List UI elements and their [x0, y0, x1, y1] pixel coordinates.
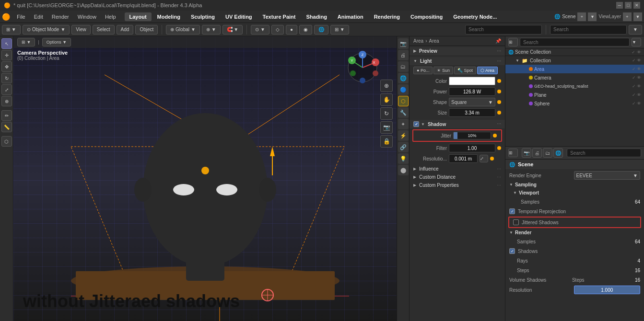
- light-type-area[interactable]: ⬡ Area: [477, 67, 498, 74]
- blender-menu-icon[interactable]: 🟠: [2, 13, 10, 21]
- tool-rotate[interactable]: ↻: [1, 73, 12, 83]
- prop-tab-modifiers[interactable]: 🔧: [398, 107, 409, 118]
- workspace-compositing[interactable]: Compositing: [406, 12, 447, 21]
- viewport-tool-lock[interactable]: 🔒: [380, 135, 393, 148]
- maximize-button[interactable]: □: [625, 2, 632, 9]
- search-input-secondary[interactable]: [550, 25, 627, 34]
- menu-render[interactable]: Render: [48, 13, 73, 21]
- viewport-tool-rotate[interactable]: ↻: [380, 107, 393, 120]
- menu-file[interactable]: File: [13, 13, 29, 21]
- axis-gizmo[interactable]: X Y Z: [346, 51, 379, 84]
- area-eye-icon[interactable]: 👁: [637, 67, 641, 71]
- editor-type-btn[interactable]: ⊞ ▼: [2, 25, 21, 34]
- workspace-layout[interactable]: Layout: [125, 12, 152, 21]
- power-dot[interactable]: [497, 90, 501, 93]
- prop-tab-view-layer[interactable]: 🗂: [398, 61, 409, 72]
- tool-measure[interactable]: 📏: [1, 122, 12, 132]
- color-dot[interactable]: [497, 79, 501, 83]
- jittered-shadows-checkbox[interactable]: [513, 219, 519, 225]
- prop-tab-constraints[interactable]: 🔗: [398, 142, 409, 152]
- tree-item-geo-head[interactable]: GEO-head_sculpting_realist ✓ 👁: [505, 82, 644, 91]
- influence-row[interactable]: ▶ Influence ⋯: [410, 165, 505, 173]
- close-button[interactable]: ✕: [633, 2, 640, 9]
- prop-tab-material[interactable]: ⬤: [398, 165, 409, 175]
- shading-solid-btn[interactable]: ●: [286, 25, 297, 34]
- shading-rendered-btn[interactable]: 🌐: [314, 25, 328, 34]
- light-type-sun[interactable]: ☀ Sun: [433, 67, 453, 74]
- render-engine-dropdown[interactable]: EEVEE ▼: [574, 171, 641, 180]
- viewport-options-btn[interactable]: ⊞ ▼: [330, 25, 349, 34]
- sphere-check-icon[interactable]: ✓: [632, 101, 636, 106]
- sp-tab-output[interactable]: 🖨: [532, 148, 542, 158]
- workspace-rendering[interactable]: Rendering: [369, 12, 405, 21]
- sampling-section[interactable]: ▼ Sampling: [505, 181, 644, 189]
- geo-eye-icon[interactable]: 👁: [637, 84, 641, 89]
- outliner-type-btn[interactable]: ⊞: [508, 38, 518, 46]
- collection-eye-icon[interactable]: 👁: [637, 58, 641, 63]
- size-value[interactable]: 3.34 m: [449, 108, 495, 117]
- prop-tab-particles[interactable]: ✦: [398, 119, 409, 129]
- workspace-texture-paint[interactable]: Texture Paint: [258, 12, 301, 21]
- jitter-dot[interactable]: [493, 134, 497, 138]
- viewlayer-add-btn[interactable]: +: [623, 12, 632, 21]
- workspace-geometry-nodes[interactable]: Geometry Node...: [448, 12, 502, 21]
- scene-collection-eye[interactable]: 👁: [637, 50, 641, 55]
- viewport-tool-zoom[interactable]: ⊕: [380, 80, 393, 92]
- scene-props-search-input[interactable]: [567, 149, 641, 157]
- menu-help[interactable]: Help: [101, 13, 120, 21]
- light-header[interactable]: ▼ Light ⋯: [410, 57, 505, 65]
- filter-value[interactable]: 1.00: [449, 144, 495, 152]
- jitter-bar[interactable]: 10%: [453, 132, 491, 139]
- tool-scale[interactable]: ⤢: [1, 84, 12, 95]
- sp-resolution-value[interactable]: 1.000: [574, 286, 641, 294]
- sphere-eye-icon[interactable]: 👁: [637, 101, 641, 106]
- mode-btn[interactable]: ⊙ Object Mode ▼: [23, 25, 70, 34]
- workspace-uv-editing[interactable]: UV Editing: [221, 12, 257, 21]
- tree-item-camera[interactable]: Camera ✓ 👁: [505, 73, 644, 82]
- plane-eye-icon[interactable]: 👁: [637, 92, 641, 97]
- workspace-sculpting[interactable]: Sculpting: [186, 12, 220, 21]
- shape-dropdown[interactable]: Square ▼: [449, 98, 495, 106]
- render-section[interactable]: ▼ Render: [505, 229, 644, 237]
- overlay-btn[interactable]: ⊙ ▼: [251, 25, 269, 34]
- workspace-modeling[interactable]: Modeling: [152, 12, 185, 21]
- viewport-tool-pan[interactable]: ✋: [380, 93, 393, 106]
- prop-tab-object[interactable]: ⬡: [398, 96, 409, 106]
- geo-check-icon[interactable]: ✓: [632, 84, 636, 89]
- scene-add-btn[interactable]: +: [577, 12, 586, 21]
- tool-move[interactable]: ✥: [1, 61, 12, 72]
- shadow-checkbox[interactable]: ✓: [413, 121, 419, 127]
- filter-btn[interactable]: ▼: [629, 25, 642, 34]
- workspace-animation[interactable]: Animation: [333, 12, 368, 21]
- outliner-search-input[interactable]: [520, 38, 630, 46]
- area-check-icon[interactable]: ✓: [632, 67, 636, 71]
- workspace-shading[interactable]: Shading: [301, 12, 331, 21]
- tree-item-area[interactable]: Area ✓ 👁: [505, 65, 644, 73]
- proportional-btn[interactable]: ⊕ ▼: [202, 25, 221, 34]
- search-input-main[interactable]: [465, 25, 542, 34]
- custom-distance-row[interactable]: ▶ Custom Distance ⋯: [410, 173, 505, 181]
- camera-check-icon[interactable]: ✓: [632, 75, 636, 80]
- scene-props-type-btn[interactable]: ⊞: [508, 149, 518, 157]
- resolution-dot[interactable]: [490, 157, 494, 160]
- tool-select[interactable]: ↖: [1, 38, 12, 49]
- preview-header[interactable]: ▶ Preview ⋯: [410, 47, 505, 55]
- shading-material-btn[interactable]: ◉: [299, 25, 312, 34]
- custom-props-row[interactable]: ▶ Custom Properties ⋯: [410, 181, 505, 189]
- viewport-tool-camera[interactable]: 📷: [380, 121, 393, 134]
- power-value[interactable]: 126.8 W: [449, 87, 495, 96]
- viewport-options-toggle[interactable]: Options ▼: [42, 38, 71, 46]
- prop-pin-icon[interactable]: 📌: [495, 38, 501, 44]
- resolution-value[interactable]: 0.001 m: [449, 154, 478, 163]
- prop-tab-output[interactable]: 🖨: [398, 50, 409, 60]
- prop-tab-render[interactable]: 📷: [398, 38, 409, 49]
- tree-item-sphere[interactable]: Sphere ✓ 👁: [505, 99, 644, 108]
- outliner-filter-btn[interactable]: ▼: [632, 38, 641, 46]
- shadows-checkbox[interactable]: ✓: [509, 248, 515, 254]
- sp-tab-view-layer[interactable]: 🗂: [543, 148, 552, 158]
- add-btn[interactable]: Add: [117, 25, 134, 34]
- collection-check-icon[interactable]: ✓: [632, 58, 636, 63]
- prop-tab-physics[interactable]: ⚡: [398, 130, 409, 141]
- select-btn[interactable]: Select: [93, 25, 115, 34]
- menu-edit[interactable]: Edit: [30, 13, 47, 21]
